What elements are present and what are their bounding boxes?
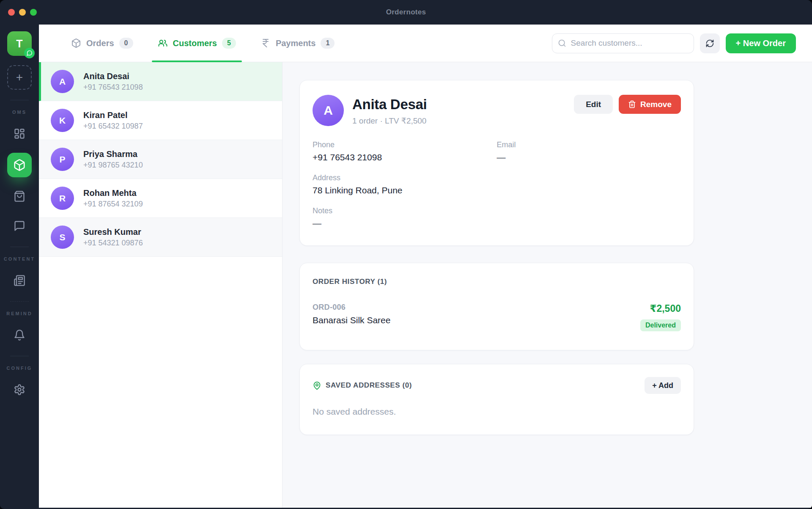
chat-bubble-icon (14, 220, 25, 232)
plus-icon: + (16, 71, 23, 84)
field-address: Address 78 Linking Road, Pune (313, 173, 497, 195)
rail-divider (10, 356, 29, 356)
avatar: S (51, 226, 74, 249)
search-icon (558, 39, 566, 47)
newspaper-icon (14, 275, 25, 286)
order-status-badge: Delivered (640, 319, 681, 331)
field-value: +91 76543 21098 (313, 152, 497, 162)
rail-group-label-remind: REMIND (6, 311, 32, 316)
customer-ltv-summary: 1 order · LTV ₹2,500 (352, 116, 427, 126)
customer-name: Suresh Kumar (83, 226, 143, 238)
customer-detail-name: Anita Desai (352, 96, 427, 113)
tab-count-badge: 1 (321, 38, 335, 49)
rail-item-dashboard[interactable] (7, 123, 32, 144)
rail-item-content[interactable] (7, 270, 32, 291)
dashboard-icon (14, 128, 25, 140)
customer-detail-panel: A Anita Desai 1 order · LTV ₹2,500 Edit … (283, 62, 812, 508)
field-label: Address (313, 173, 497, 182)
close-button[interactable] (8, 9, 15, 16)
tab-bar: Orders 0 Customers 5 Payments 1 (65, 25, 340, 62)
window-title: Ordernotes (386, 8, 426, 17)
avatar: A (313, 95, 344, 126)
minimize-button[interactable] (19, 9, 26, 16)
tab-orders[interactable]: Orders 0 (65, 25, 139, 62)
order-amount: ₹2,500 (640, 303, 681, 314)
customer-row-suresh[interactable]: S Suresh Kumar +91 54321 09876 (39, 218, 282, 257)
avatar: K (51, 109, 74, 132)
tab-customers[interactable]: Customers 5 (152, 25, 242, 62)
avatar: A (51, 70, 74, 93)
gear-icon (14, 384, 25, 396)
avatar: R (51, 187, 74, 210)
saved-addresses-title: SAVED ADDRESSES (0) (326, 381, 412, 390)
profile-card: A Anita Desai 1 order · LTV ₹2,500 Edit … (299, 80, 694, 246)
rail-item-chat[interactable] (7, 215, 32, 237)
customer-row-anita[interactable]: A Anita Desai +91 76543 21098 (39, 62, 282, 101)
refresh-button[interactable] (700, 33, 720, 53)
rail-item-settings[interactable] (7, 379, 32, 400)
new-order-button[interactable]: + New Order (726, 33, 796, 53)
remove-button[interactable]: Remove (619, 95, 681, 114)
order-row[interactable]: ORD-006 Banarasi Silk Saree ₹2,500 Deliv… (313, 303, 681, 331)
tab-label: Orders (86, 39, 114, 48)
search-box (552, 33, 694, 53)
field-notes: Notes — (313, 206, 497, 228)
rail-group-label-oms: OMS (12, 110, 27, 115)
toolbar: + New Order (552, 33, 796, 53)
rail-divider (10, 100, 29, 100)
customer-phone: +91 65432 10987 (83, 121, 143, 131)
customer-name: Anita Desai (83, 71, 143, 82)
rail-item-orders-active[interactable] (7, 153, 32, 177)
whatsapp-badge-icon (24, 48, 35, 58)
rail-item-reminders[interactable] (7, 325, 32, 346)
rupee-icon (261, 38, 271, 48)
workspace-initial: T (16, 38, 22, 50)
order-history-title: ORDER HISTORY (1) (313, 278, 681, 286)
field-value: 78 Linking Road, Pune (313, 185, 497, 195)
edit-button[interactable]: Edit (574, 95, 613, 114)
saved-addresses-empty-text: No saved addresses. (313, 407, 681, 417)
customer-row-kiran[interactable]: K Kiran Patel +91 65432 10987 (39, 101, 282, 140)
titlebar: Ordernotes (0, 0, 812, 25)
customer-phone: +91 54321 09876 (83, 238, 143, 248)
field-label: Phone (313, 140, 497, 149)
remove-button-label: Remove (640, 100, 672, 109)
customer-name: Rohan Mehta (83, 187, 143, 199)
traffic-lights (8, 9, 37, 16)
customer-phone: +91 76543 21098 (83, 82, 143, 92)
topbar: Orders 0 Customers 5 Payments 1 (39, 25, 812, 62)
map-pin-icon (313, 381, 321, 390)
customer-name: Priya Sharma (83, 149, 143, 160)
add-workspace-button[interactable]: + (7, 65, 32, 90)
rail-divider (10, 247, 29, 247)
avatar: P (51, 148, 74, 171)
customer-list: A Anita Desai +91 76543 21098 K Kiran Pa… (39, 62, 283, 508)
field-value: — (497, 152, 681, 162)
search-input[interactable] (552, 33, 694, 53)
customer-name: Kiran Patel (83, 110, 143, 121)
tab-label: Customers (173, 39, 217, 48)
refresh-icon (705, 39, 714, 48)
workspace-avatar[interactable]: T (7, 31, 32, 56)
add-address-button[interactable]: + Add (645, 377, 681, 394)
shopping-bag-icon (14, 190, 25, 202)
order-history-card: ORDER HISTORY (1) ORD-006 Banarasi Silk … (299, 263, 694, 350)
field-value: — (313, 218, 497, 228)
rail-divider (10, 301, 29, 302)
customer-row-rohan[interactable]: R Rohan Mehta +91 87654 32109 (39, 179, 282, 218)
customer-phone: +91 98765 43210 (83, 160, 143, 170)
saved-addresses-card: SAVED ADDRESSES (0) + Add No saved addre… (299, 364, 694, 435)
tab-count-badge: 5 (222, 38, 236, 49)
customer-row-priya[interactable]: P Priya Sharma +91 98765 43210 (39, 140, 282, 179)
tab-count-badge: 0 (119, 38, 133, 49)
tab-label: Payments (276, 39, 316, 48)
rail-item-shop[interactable] (7, 186, 32, 207)
order-item-name: Banarasi Silk Saree (313, 315, 390, 325)
bell-icon (14, 329, 25, 341)
users-icon (158, 38, 168, 48)
tab-payments[interactable]: Payments 1 (255, 25, 340, 62)
package-icon (13, 159, 26, 171)
order-id: ORD-006 (313, 303, 390, 312)
customer-phone: +91 87654 32109 (83, 199, 143, 209)
zoom-button[interactable] (30, 9, 37, 16)
